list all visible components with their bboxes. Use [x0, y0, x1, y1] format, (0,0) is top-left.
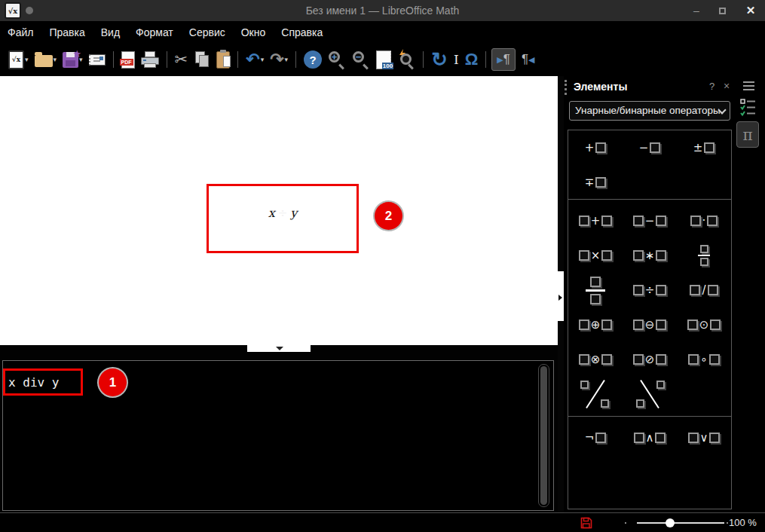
close-button[interactable]: ✕: [742, 3, 759, 18]
zoom-slider[interactable]: [637, 522, 724, 524]
symbols-button[interactable]: Ω: [463, 47, 481, 72]
op-logical-not[interactable]: ¬: [585, 433, 607, 444]
scrollbar-thumb[interactable]: [540, 366, 547, 505]
op-circled-plus[interactable]: ⊕: [579, 320, 613, 331]
annotation-rectangle-command: [3, 368, 83, 396]
op-widebslash[interactable]: [633, 379, 666, 409]
menu-format[interactable]: Формат: [136, 26, 173, 38]
restore-button[interactable]: [714, 3, 730, 18]
op-division-sign[interactable]: ÷: [633, 285, 667, 296]
menubar: Файл Правка Вид Формат Сервис Окно Справ…: [0, 21, 765, 43]
toolbar-separator: [167, 51, 167, 68]
panel-close-button[interactable]: ×: [724, 80, 730, 92]
wideslash-icon: [579, 379, 612, 409]
rendered-formula[interactable]: x÷y: [209, 206, 356, 220]
op-subtraction[interactable]: −: [633, 216, 667, 227]
op-logical-and[interactable]: ∧: [634, 433, 666, 444]
zoom-percentage[interactable]: 100 %: [729, 517, 757, 528]
menu-edit[interactable]: Правка: [49, 26, 84, 38]
menu-window[interactable]: Окно: [241, 26, 266, 38]
op-unary-plus[interactable]: +: [585, 142, 607, 154]
zoom-100-icon: 100: [376, 50, 391, 69]
cut-button[interactable]: ✂: [173, 47, 191, 72]
fraction-icon: [586, 277, 605, 304]
menu-help[interactable]: Справка: [281, 26, 323, 38]
refresh-icon: ↻: [431, 50, 448, 69]
op-circled-slash[interactable]: ⊘: [633, 354, 667, 365]
new-formula-button[interactable]: √x ▾: [6, 47, 31, 72]
chevron-down-icon: ▾: [285, 56, 289, 63]
op-multiply-dot[interactable]: ·: [690, 216, 718, 227]
op-addition[interactable]: +: [579, 216, 613, 227]
slider-tick: [625, 522, 626, 524]
op-circled-minus[interactable]: ⊖: [633, 320, 667, 331]
restore-icon: [719, 8, 726, 14]
help-button[interactable]: ?: [301, 47, 324, 72]
op-wideslash[interactable]: [579, 379, 612, 409]
op-division-fraction[interactable]: [586, 277, 605, 304]
op-unary-minus[interactable]: −: [639, 142, 661, 154]
update-button[interactable]: ↻: [429, 47, 450, 72]
annotation-rectangle-formula: x÷y: [207, 184, 359, 253]
op-circled-times[interactable]: ⊗: [579, 354, 613, 365]
unsaved-changes-icon[interactable]: [580, 517, 592, 529]
editor-splitter-handle[interactable]: [247, 345, 311, 352]
undo-icon: ↶: [246, 52, 259, 67]
send-email-button[interactable]: [87, 47, 108, 72]
operators-grid: + − ± ∓ + − · × ∗ ÷ / ⊕ ⊖ ⊙ ⊗ ⊘ ∘: [568, 130, 732, 509]
formula-preview-area[interactable]: x÷y 2: [0, 76, 558, 345]
op-multiply-asterisk[interactable]: ∗: [633, 250, 667, 261]
save-button[interactable]: ★ ▾: [60, 47, 85, 72]
zoom-in-button[interactable]: +: [326, 47, 348, 72]
op-minus-plus[interactable]: ∓: [585, 177, 607, 188]
window-title: Без имени 1 — LibreOffice Math: [0, 5, 765, 17]
arrow-down-icon: [276, 347, 283, 350]
copy-button[interactable]: [191, 47, 213, 72]
minimize-button[interactable]: –: [688, 3, 705, 18]
zoom-out-button[interactable]: −: [350, 47, 372, 72]
elements-deck-tab[interactable]: π: [736, 121, 759, 148]
op-division-slash[interactable]: /: [690, 285, 718, 296]
zoom-in-icon: +: [328, 50, 346, 69]
scissors-icon: ✂: [175, 50, 188, 69]
toolbar-separator: [237, 51, 238, 68]
panel-title: Элементы: [574, 81, 627, 93]
show-all-button[interactable]: [395, 47, 418, 72]
zoom-100-button[interactable]: 100: [374, 47, 393, 72]
category-dropdown[interactable]: Унарные/бинарные операторы: [569, 101, 730, 121]
right-to-left-button[interactable]: ¶◀: [517, 48, 540, 71]
menu-view[interactable]: Вид: [101, 26, 120, 38]
op-plus-minus[interactable]: ±: [693, 142, 715, 154]
hamburger-icon: [743, 81, 754, 83]
panel-drag-handle[interactable]: [565, 80, 567, 95]
menu-tools[interactable]: Сервис: [189, 26, 225, 38]
op-circled-dot[interactable]: ⊙: [687, 320, 721, 331]
print-button[interactable]: [139, 47, 161, 72]
sidebar-splitter[interactable]: [558, 76, 564, 512]
left-to-right-button[interactable]: ▶¶: [491, 48, 516, 71]
annotation-callout-2: 2: [375, 202, 402, 230]
formula-cursor-button[interactable]: I: [451, 47, 461, 72]
undo-button[interactable]: ↶ ▾: [243, 47, 266, 72]
op-multiply-cross[interactable]: ×: [579, 250, 613, 261]
open-button[interactable]: ▾: [32, 47, 60, 72]
export-pdf-button[interactable]: PDF: [119, 47, 137, 72]
command-scrollbar[interactable]: [538, 364, 549, 507]
op-division-stacked[interactable]: [698, 245, 710, 266]
checklist-icon[interactable]: [740, 98, 757, 118]
paste-button[interactable]: [214, 47, 232, 72]
copy-icon: [194, 51, 210, 68]
op-composition[interactable]: ∘: [688, 354, 719, 365]
magnifier-lightning-icon: [397, 50, 415, 69]
redo-button[interactable]: ↷ ▾: [268, 47, 290, 72]
menu-file[interactable]: Файл: [8, 26, 33, 38]
sidebar-menu-button[interactable]: [743, 81, 754, 93]
command-editor[interactable]: x div y 1: [2, 360, 554, 511]
new-formula-icon: √x: [8, 50, 24, 69]
chevron-down-icon: ▾: [54, 56, 57, 63]
panel-help-button[interactable]: ?: [709, 81, 715, 92]
chevron-down-icon: ▾: [261, 56, 265, 63]
zoom-slider-knob[interactable]: [666, 518, 675, 527]
op-logical-or[interactable]: ∨: [688, 433, 721, 444]
toolbar-separator: [485, 51, 486, 68]
